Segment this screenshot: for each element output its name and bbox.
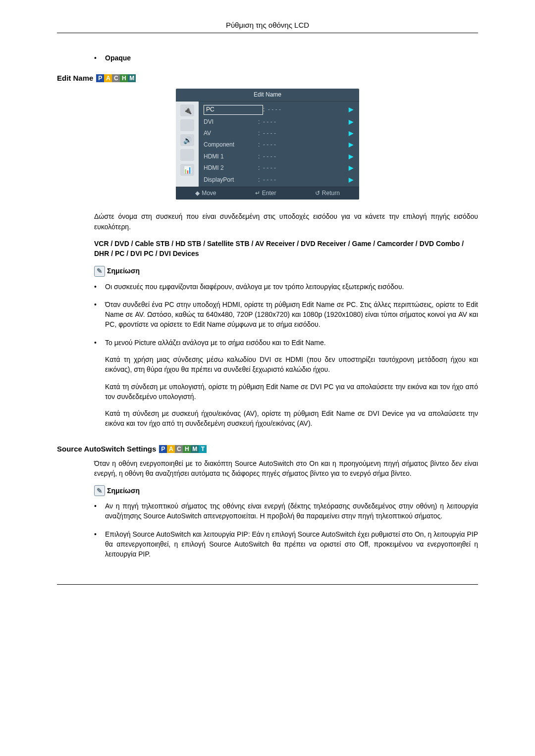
- badge-t-icon: T: [199, 445, 207, 453]
- osd-title: Edit Name: [176, 89, 359, 101]
- enter-icon: ↵: [255, 189, 260, 198]
- badge-a-icon: A: [167, 445, 175, 453]
- osd-row: PC : - - - - ▶: [204, 103, 355, 116]
- osd-icon-picture: 🖥: [180, 119, 194, 131]
- autoswitch-title: Source AutoSwitch Settings: [57, 444, 156, 454]
- osd-panel: Edit Name 🔌 🖥 🔊 ⚙ 📊 PC : - - - - ▶: [176, 89, 359, 200]
- edit-name-heading: Edit Name P A C H M: [57, 73, 478, 84]
- arrow-right-icon: ▶: [349, 152, 355, 161]
- badge-p-icon: P: [159, 445, 167, 453]
- note-icon: ✎: [94, 266, 105, 277]
- osd-figure: Edit Name 🔌 🖥 🔊 ⚙ 📊 PC : - - - - ▶: [176, 89, 478, 200]
- list-item: Το μενού Picture αλλάζει ανάλογα με το σ…: [94, 338, 478, 436]
- autoswitch-intro: Όταν η οθόνη ενεργοποιηθεί με το διακόπτ…: [94, 458, 478, 479]
- edit-name-title: Edit Name: [57, 73, 93, 84]
- osd-footer-move: ◆Move: [195, 189, 216, 198]
- osd-row: HDMI 2 : - - - - ▶: [204, 162, 355, 174]
- autoswitch-heading: Source AutoSwitch Settings P A C H M T: [57, 444, 478, 454]
- note-icon: ✎: [94, 485, 105, 496]
- arrow-right-icon: ▶: [349, 129, 355, 138]
- osd-rows: PC : - - - - ▶ DVI : - - - - ▶ AV :: [199, 101, 359, 187]
- badge-p-icon: P: [96, 74, 104, 82]
- badge-c-icon: C: [112, 74, 120, 82]
- osd-row-label: PC: [204, 105, 263, 114]
- list-item: Οι συσκευές που εμφανίζονται διαφέρουν, …: [94, 282, 478, 292]
- autoswitch-list: Αν η πηγή τηλεοπτικού σήματος της οθόνης…: [94, 501, 478, 559]
- badge-m-icon: M: [191, 445, 199, 453]
- osd-body: 🔌 🖥 🔊 ⚙ 📊 PC : - - - - ▶ DVI :: [176, 101, 359, 187]
- list-item-body: Το μενού Picture αλλάζει ανάλογα με το σ…: [105, 338, 478, 436]
- list-item: Όταν συνδεθεί ένα PC στην υποδοχή HDMI, …: [94, 300, 478, 330]
- move-icon: ◆: [195, 189, 200, 198]
- arrow-right-icon: ▶: [349, 176, 355, 184]
- arrow-right-icon: ▶: [349, 118, 355, 126]
- body-indent: • Opaque: [94, 53, 478, 63]
- osd-row: DisplayPort : - - - - ▶: [204, 174, 355, 186]
- page-header: Ρύθμιση της οθόνης LCD: [57, 20, 478, 33]
- osd-row: Component : - - - - ▶: [204, 139, 355, 151]
- list-item-body: Όταν συνδεθεί ένα PC στην υποδοχή HDMI, …: [105, 300, 478, 330]
- opaque-item: • Opaque: [94, 53, 478, 63]
- note-heading: ✎ Σημείωση: [94, 266, 478, 277]
- edit-name-badges: P A C H M: [96, 74, 136, 82]
- osd-row: DVI : - - - - ▶: [204, 116, 355, 128]
- badge-c-icon: C: [175, 445, 183, 453]
- list-item-body: Επιλογή Source AutoSwitch και λειτουργία…: [105, 529, 478, 559]
- badge-h-icon: H: [120, 74, 128, 82]
- edit-name-list: Οι συσκευές που εμφανίζονται διαφέρουν, …: [94, 282, 478, 436]
- osd-row-value: - - - -: [268, 105, 349, 114]
- osd-row: AV : - - - - ▶: [204, 128, 355, 139]
- osd-sidebar: 🔌 🖥 🔊 ⚙ 📊: [176, 101, 199, 187]
- return-icon: ↺: [315, 189, 320, 198]
- list-item: Αν η πηγή τηλεοπτικού σήματος της οθόνης…: [94, 501, 478, 521]
- list-item-body: Αν η πηγή τηλεοπτικού σήματος της οθόνης…: [105, 501, 478, 521]
- osd-footer: ◆Move ↵Enter ↺Return: [176, 187, 359, 200]
- note-label: Σημείωση: [107, 486, 140, 496]
- edit-name-body: Δώστε όνομα στη συσκευή που είναι συνδεδ…: [94, 211, 478, 435]
- osd-icon-setup: ⚙: [180, 149, 194, 161]
- note-label: Σημείωση: [107, 266, 140, 276]
- arrow-right-icon: ▶: [349, 105, 355, 114]
- devices-list: VCR / DVD / Cable STB / HD STB / Satelli…: [94, 239, 478, 259]
- badge-a-icon: A: [104, 74, 112, 82]
- document-page: Ρύθμιση της οθόνης LCD • Opaque Edit Nam…: [0, 0, 535, 614]
- osd-icon-sound: 🔊: [180, 134, 194, 146]
- bullet-dot: •: [94, 53, 105, 63]
- osd-footer-return: ↺Return: [315, 189, 340, 198]
- list-item-body: Οι συσκευές που εμφανίζονται διαφέρουν, …: [105, 282, 478, 292]
- note-heading: ✎ Σημείωση: [94, 485, 478, 496]
- osd-icon-input: 🔌: [180, 104, 194, 116]
- osd-row: HDMI 1 : - - - - ▶: [204, 151, 355, 162]
- edit-name-intro: Δώστε όνομα στη συσκευή που είναι συνδεδ…: [94, 211, 478, 232]
- footer-rule: [57, 584, 478, 585]
- list-item: Επιλογή Source AutoSwitch και λειτουργία…: [94, 529, 478, 559]
- autoswitch-badges: P A C H M T: [159, 445, 207, 453]
- badge-m-icon: M: [128, 74, 136, 82]
- badge-h-icon: H: [183, 445, 191, 453]
- osd-footer-enter: ↵Enter: [255, 189, 276, 198]
- autoswitch-body: Όταν η οθόνη ενεργοποιηθεί με το διακόπτ…: [94, 458, 478, 559]
- arrow-right-icon: ▶: [349, 164, 355, 172]
- opaque-label: Opaque: [105, 53, 131, 63]
- arrow-right-icon: ▶: [349, 141, 355, 149]
- osd-icon-multi: 📊: [180, 164, 194, 176]
